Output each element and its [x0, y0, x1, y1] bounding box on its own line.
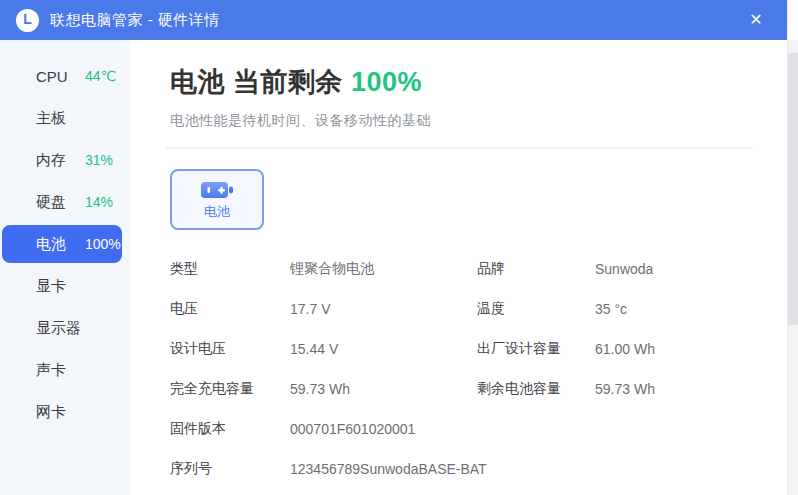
- sidebar-item-value: 100%: [85, 236, 121, 252]
- detail-label: 设计电压: [170, 340, 290, 358]
- sidebar-item-label: 硬盘: [36, 193, 85, 212]
- sidebar-item-value: 14%: [85, 194, 113, 210]
- detail-label: 品牌: [477, 260, 595, 278]
- detail-value: 61.00 Wh: [595, 341, 787, 357]
- detail-value: 锂聚合物电池: [290, 260, 477, 278]
- scrollbar-thumb[interactable]: [788, 53, 798, 325]
- battery-details: 类型锂聚合物电池品牌Sunwoda电压17.7 V温度35 °c设计电压15.4…: [170, 249, 787, 489]
- detail-label: 温度: [477, 300, 595, 318]
- sidebar-item-display[interactable]: 显示器: [2, 309, 122, 347]
- detail-row: 固件版本000701F601020001: [170, 409, 787, 449]
- detail-value: Sunwoda: [595, 261, 787, 277]
- sidebar: CPU44℃主板内存31%硬盘14%电池100%显卡显示器声卡网卡: [0, 40, 130, 495]
- device-card-label: 电池: [204, 203, 230, 221]
- detail-value: 35 °c: [595, 301, 787, 317]
- sidebar-item-label: 声卡: [36, 361, 85, 380]
- sidebar-item-label: CPU: [36, 68, 85, 85]
- detail-label: 剩余电池容量: [477, 380, 595, 398]
- close-icon[interactable]: ✕: [741, 5, 771, 35]
- page-title: 电池 当前剩余 100%: [170, 64, 787, 100]
- sidebar-item-gpu[interactable]: 显卡: [2, 267, 122, 305]
- detail-value: 123456789SunwodaBASE-BAT: [290, 461, 787, 477]
- detail-label: 类型: [170, 260, 290, 278]
- divider: [166, 147, 753, 149]
- detail-value: 17.7 V: [290, 301, 477, 317]
- battery-percent-value: 100%: [351, 67, 422, 97]
- sidebar-item-label: 显卡: [36, 277, 85, 296]
- detail-label: 完全充电容量: [170, 380, 290, 398]
- sidebar-item-label: 主板: [36, 109, 85, 128]
- sidebar-item-disk[interactable]: 硬盘14%: [2, 183, 122, 221]
- window-right-edge: [787, 0, 798, 495]
- sidebar-item-soundcard[interactable]: 声卡: [2, 351, 122, 389]
- detail-row: 类型锂聚合物电池品牌Sunwoda: [170, 249, 787, 289]
- page-title-text: 电池 当前剩余: [170, 67, 343, 97]
- detail-label: 出厂设计容量: [477, 340, 595, 358]
- sidebar-item-value: 31%: [85, 152, 113, 168]
- sidebar-item-mainboard[interactable]: 主板: [2, 99, 122, 137]
- titlebar: L 联想电脑管家 - 硬件详情 ✕: [0, 0, 787, 40]
- sidebar-item-memory[interactable]: 内存31%: [2, 141, 122, 179]
- scrollbar[interactable]: [788, 40, 798, 495]
- battery-icon: [199, 179, 235, 201]
- detail-label: 电压: [170, 300, 290, 318]
- detail-row: 序列号123456789SunwodaBASE-BAT: [170, 449, 787, 489]
- detail-value: 59.73 Wh: [290, 381, 477, 397]
- page-subtitle: 电池性能是待机时间、设备移动性的基础: [170, 112, 787, 130]
- content-panel: 电池 当前剩余 100% 电池性能是待机时间、设备移动性的基础 电池 类型锂聚合…: [130, 40, 787, 495]
- detail-row: 设计电压15.44 V出厂设计容量61.00 Wh: [170, 329, 787, 369]
- detail-row: 完全充电容量59.73 Wh剩余电池容量59.73 Wh: [170, 369, 787, 409]
- detail-label: 序列号: [170, 460, 290, 478]
- sidebar-item-label: 网卡: [36, 403, 85, 422]
- detail-row: 电压17.7 V温度35 °c: [170, 289, 787, 329]
- detail-label: 固件版本: [170, 420, 290, 438]
- sidebar-item-value: 44℃: [85, 68, 116, 84]
- detail-value: 59.73 Wh: [595, 381, 787, 397]
- window-title: 联想电脑管家 - 硬件详情: [50, 11, 220, 30]
- battery-device-card[interactable]: 电池: [170, 169, 264, 230]
- sidebar-item-label: 显示器: [36, 319, 85, 338]
- app-logo-icon: L: [16, 9, 39, 32]
- sidebar-item-battery[interactable]: 电池100%: [2, 225, 122, 263]
- sidebar-item-cpu[interactable]: CPU44℃: [2, 57, 122, 95]
- sidebar-item-label: 电池: [36, 235, 85, 254]
- sidebar-item-label: 内存: [36, 151, 85, 170]
- app-logo-letter: L: [23, 12, 32, 26]
- sidebar-item-netcard[interactable]: 网卡: [2, 393, 122, 431]
- detail-value: 000701F601020001: [290, 421, 787, 437]
- detail-value: 15.44 V: [290, 341, 477, 357]
